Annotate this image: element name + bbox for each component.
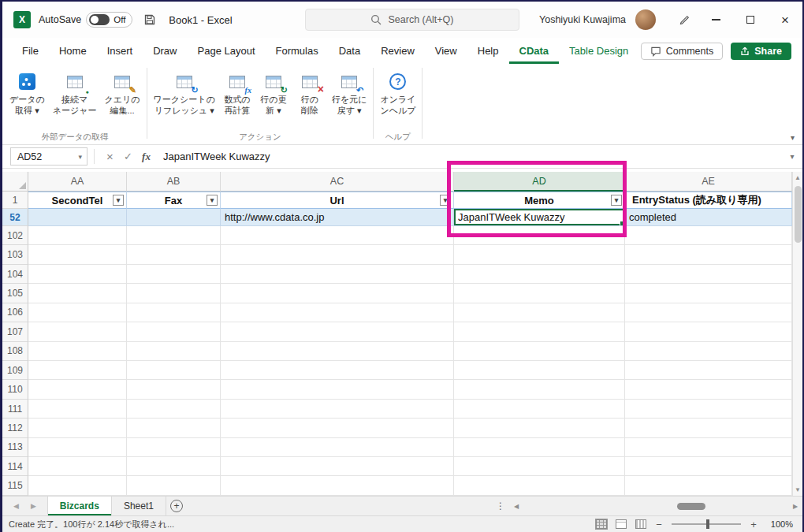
add-sheet-button[interactable]: + [166,497,187,515]
ribbon-collapse-icon[interactable] [791,133,795,142]
cell-ac108[interactable] [221,342,454,361]
cell-ad113[interactable] [454,438,625,457]
update-rows-button[interactable]: 行の更新 ▾ [255,69,292,118]
cell-ac107[interactable] [221,322,454,341]
column-header-aa[interactable]: AA [28,172,127,192]
cell-ae106[interactable] [625,303,792,322]
cell-aa103[interactable] [28,245,127,264]
cell-aa113[interactable] [28,438,127,457]
row-header-111[interactable]: 111 [2,400,28,419]
zoom-slider[interactable] [672,523,741,525]
cell-ae104[interactable] [625,265,792,284]
row-header-112[interactable]: 112 [2,419,28,437]
close-button[interactable] [768,2,802,38]
cell-aa106[interactable] [28,303,127,322]
cell-ad112[interactable] [454,419,625,437]
cell-ac114[interactable] [221,457,454,476]
horizontal-scroll-track[interactable] [523,502,788,511]
vertical-scroll-thumb[interactable] [795,186,802,243]
cancel-icon[interactable] [101,145,119,168]
tab-formulas[interactable]: Formulas [266,38,329,64]
cell-ac106[interactable] [221,303,454,322]
row-header-108[interactable]: 108 [2,342,28,361]
online-help-button[interactable]: オンラインヘルプ [376,69,419,118]
cell-ab106[interactable] [127,303,221,322]
cell-ac113[interactable] [221,438,454,457]
horizontal-scrollbar[interactable]: ◀ ▶ [509,497,802,515]
cell-aa104[interactable] [28,265,127,284]
cell-ad104[interactable] [454,265,625,284]
refresh-worksheet-button[interactable]: ワークシートのリフレッシュ ▾ [150,69,219,118]
cell-ad107[interactable] [454,322,625,341]
tab-data[interactable]: Data [329,38,370,64]
page-break-view-icon[interactable] [635,519,646,529]
cell-ad108[interactable] [454,342,625,361]
vertical-scrollbar[interactable] [792,172,802,496]
name-box-dropdown-icon[interactable] [78,153,87,161]
filter-button[interactable] [207,195,218,206]
cell-ab107[interactable] [127,322,221,341]
header-cell-ad[interactable]: Memo [454,192,625,209]
horizontal-scroll-thumb[interactable] [677,503,705,510]
tab-draw[interactable]: Draw [143,38,187,64]
select-all-corner[interactable] [2,172,28,192]
cell-ab113[interactable] [127,438,221,457]
filter-button[interactable] [113,195,124,206]
cell-ac111[interactable] [221,400,454,419]
row-header-110[interactable]: 110 [2,380,28,399]
cell-ab102[interactable] [127,226,221,245]
cell-ae111[interactable] [625,400,792,419]
cell-ae102[interactable] [625,226,792,245]
cell-ac115[interactable] [221,476,454,495]
sheet-tab-bizcards[interactable]: Bizcards [47,497,112,515]
cell-ac105[interactable] [221,284,454,303]
cell-ad105[interactable] [454,284,625,303]
zoom-in-button[interactable]: + [750,519,757,530]
cell-ab103[interactable] [127,245,221,264]
cell-ab114[interactable] [127,457,221,476]
cell-ab112[interactable] [127,419,221,437]
filter-button[interactable] [611,195,622,206]
formula-bar-expand-icon[interactable] [782,145,802,168]
cell-ad103[interactable] [454,245,625,264]
cell-aa114[interactable] [28,457,127,476]
header-cell-aa[interactable]: SecondTel [28,192,127,209]
cell-ae107[interactable] [625,322,792,341]
scroll-up-icon[interactable] [793,172,802,184]
row-header-114[interactable]: 114 [2,457,28,476]
row-header-106[interactable]: 106 [2,303,28,322]
row-header-109[interactable]: 109 [2,361,28,380]
column-header-ac[interactable]: AC [221,172,454,192]
cell-ae114[interactable] [625,457,792,476]
tab-cdata[interactable]: CData [509,38,560,64]
connection-manager-button[interactable]: 接続マネージャー [49,69,101,118]
cell-ab104[interactable] [127,265,221,284]
cell-ac104[interactable] [221,265,454,284]
name-box[interactable]: AD52 [10,147,87,166]
cell-aa108[interactable] [28,342,127,361]
row-header-107[interactable]: 107 [2,322,28,341]
cell-ab52[interactable] [127,209,221,226]
cell-ab109[interactable] [127,361,221,380]
cell-aa109[interactable] [28,361,127,380]
cell-ab115[interactable] [127,476,221,495]
cell-ad115[interactable] [454,476,625,495]
row-header-113[interactable]: 113 [2,438,28,457]
cell-ae52[interactable]: completed [625,209,792,226]
save-button[interactable] [143,13,156,26]
cell-aa102[interactable] [28,226,127,245]
cell-aa105[interactable] [28,284,127,303]
row-header-104[interactable]: 104 [2,265,28,284]
comments-button[interactable]: Comments [641,43,723,60]
cell-ae110[interactable] [625,380,792,399]
cell-ab105[interactable] [127,284,221,303]
tab-page-layout[interactable]: Page Layout [188,38,266,64]
normal-view-icon[interactable] [596,519,607,529]
sheet-nav-left-icon[interactable]: ◀ [13,502,19,510]
tab-file[interactable]: File [12,38,49,64]
sheet-nav-right-icon[interactable]: ▶ [31,502,36,510]
cell-ae109[interactable] [625,361,792,380]
autosave-toggle[interactable]: Off [86,12,132,28]
row-header-52[interactable]: 52 [2,209,28,226]
cell-ac112[interactable] [221,419,454,437]
